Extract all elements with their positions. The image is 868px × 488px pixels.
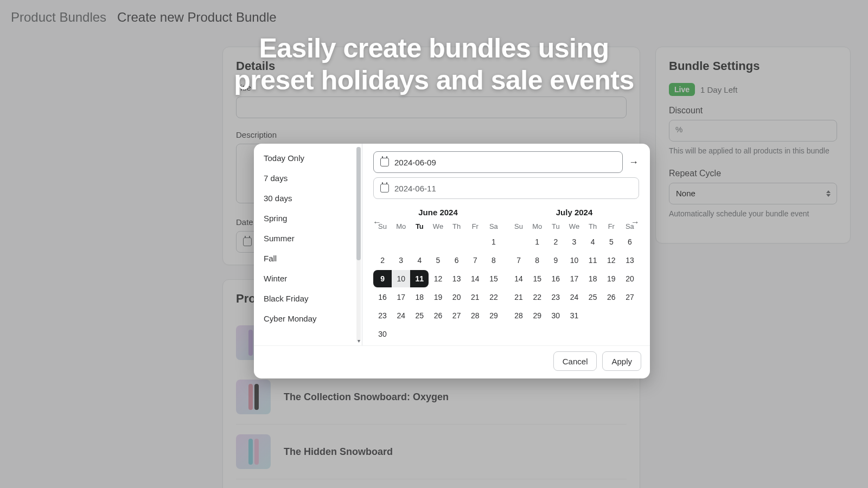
prev-month-button[interactable]: ← xyxy=(371,216,383,228)
calendar-day[interactable]: 18 xyxy=(410,288,429,306)
calendar-day[interactable]: 8 xyxy=(484,252,503,269)
preset-option[interactable]: Winter xyxy=(254,268,362,288)
calendar-day[interactable]: 25 xyxy=(410,307,429,324)
calendar-day[interactable]: 30 xyxy=(546,307,565,324)
preset-option[interactable]: 7 days xyxy=(254,168,362,188)
calendar-day[interactable]: 10 xyxy=(392,270,410,287)
calendar-day[interactable]: 13 xyxy=(448,270,466,287)
calendar-day[interactable]: 28 xyxy=(509,307,528,324)
calendar-day[interactable]: 5 xyxy=(602,233,621,251)
dow-label: Tu xyxy=(546,220,565,233)
calendar-day[interactable]: 5 xyxy=(429,252,447,269)
next-month-button[interactable]: → xyxy=(629,216,641,228)
hero-headline: Easily create bundles using preset holid… xyxy=(0,33,868,97)
calendar-day[interactable]: 9 xyxy=(546,252,565,269)
preset-option[interactable]: Spring xyxy=(254,208,362,228)
calendar-day[interactable]: 7 xyxy=(466,252,484,269)
calendar-day[interactable]: 8 xyxy=(528,252,546,269)
calendar-day[interactable]: 1 xyxy=(528,233,546,251)
calendar-icon xyxy=(380,184,389,192)
calendar-day[interactable]: 31 xyxy=(565,307,583,324)
calendar-day[interactable]: 16 xyxy=(373,288,392,306)
chevron-down-icon: ▾ xyxy=(356,338,361,343)
calendar-day[interactable]: 24 xyxy=(392,307,410,324)
end-date-value: 2024-06-11 xyxy=(394,184,436,193)
calendar-day[interactable]: 12 xyxy=(429,270,447,287)
calendar-day[interactable]: 2 xyxy=(373,252,392,269)
calendar-day[interactable]: 7 xyxy=(509,252,528,269)
month-title: June 2024 xyxy=(373,208,503,217)
calendar-day[interactable]: 3 xyxy=(565,233,583,251)
calendar-day[interactable]: 18 xyxy=(584,270,602,287)
calendar-day[interactable]: 21 xyxy=(509,288,528,306)
calendar-day[interactable]: 9 xyxy=(373,270,392,287)
calendar-day[interactable]: 13 xyxy=(621,252,639,269)
calendar-day[interactable]: 20 xyxy=(448,288,466,306)
dow-label: Fr xyxy=(602,220,621,233)
dow-label: We xyxy=(429,220,447,233)
start-date-value: 2024-06-09 xyxy=(394,158,436,167)
dow-label: Fr xyxy=(466,220,484,233)
calendar-icon xyxy=(380,158,389,166)
calendar-day[interactable]: 12 xyxy=(602,252,621,269)
calendar-day[interactable]: 24 xyxy=(565,288,583,306)
calendar-day[interactable]: 26 xyxy=(429,307,447,324)
calendar-day[interactable]: 4 xyxy=(410,252,429,269)
calendar-day[interactable]: 25 xyxy=(584,288,602,306)
calendar-day[interactable]: 27 xyxy=(448,307,466,324)
calendar-day[interactable]: 26 xyxy=(602,288,621,306)
calendar-day[interactable]: 15 xyxy=(484,270,503,287)
dow-label: Mo xyxy=(392,220,410,233)
calendar-day[interactable]: 22 xyxy=(528,288,546,306)
dow-label: Su xyxy=(509,220,528,233)
calendar-day[interactable]: 17 xyxy=(392,288,410,306)
calendar-day[interactable]: 27 xyxy=(621,288,639,306)
calendar-day[interactable]: 15 xyxy=(528,270,546,287)
preset-list: Today Only7 days30 daysSpringSummerFallW… xyxy=(254,144,362,345)
preset-option[interactable]: 30 days xyxy=(254,188,362,208)
calendar-day[interactable]: 6 xyxy=(448,252,466,269)
preset-option[interactable]: Summer xyxy=(254,228,362,248)
calendar-day[interactable]: 10 xyxy=(565,252,583,269)
arrow-right-icon: → xyxy=(628,157,639,168)
cancel-button[interactable]: Cancel xyxy=(553,351,597,371)
calendar-month-2: July 2024 SuMoTuWeThFrSa .12345678910111… xyxy=(509,204,639,343)
calendar-day[interactable]: 29 xyxy=(528,307,546,324)
calendar-day[interactable]: 22 xyxy=(484,288,503,306)
calendar-day[interactable]: 14 xyxy=(509,270,528,287)
calendar-day[interactable]: 19 xyxy=(602,270,621,287)
calendar-day[interactable]: 1 xyxy=(484,233,503,251)
calendar-month-1: June 2024 SuMoTuWeThFrSa ......123456789… xyxy=(373,204,503,343)
calendar-day[interactable]: 30 xyxy=(373,325,392,343)
calendar-day[interactable]: 17 xyxy=(565,270,583,287)
end-date-input[interactable]: 2024-06-11 xyxy=(373,177,639,199)
calendar-day[interactable]: 21 xyxy=(466,288,484,306)
calendar-day[interactable]: 14 xyxy=(466,270,484,287)
dow-label: Th xyxy=(448,220,466,233)
calendar-day[interactable]: 28 xyxy=(466,307,484,324)
calendar-day[interactable]: 23 xyxy=(373,307,392,324)
apply-button[interactable]: Apply xyxy=(602,351,641,371)
dow-label: Sa xyxy=(484,220,503,233)
preset-option[interactable]: Black Friday xyxy=(254,288,362,309)
calendar-day[interactable]: 11 xyxy=(410,270,429,287)
dow-label: Tu xyxy=(410,220,429,233)
calendar-day[interactable]: 6 xyxy=(621,233,639,251)
start-date-input[interactable]: 2024-06-09 xyxy=(373,151,623,173)
calendar-day[interactable]: 20 xyxy=(621,270,639,287)
scrollbar[interactable]: ▾ xyxy=(356,147,361,342)
month-title: July 2024 xyxy=(509,208,639,217)
calendar-day[interactable]: 19 xyxy=(429,288,447,306)
calendar-day[interactable]: 4 xyxy=(584,233,602,251)
preset-option[interactable]: Today Only xyxy=(254,148,362,168)
preset-option[interactable]: Fall xyxy=(254,248,362,268)
calendar-day[interactable]: 2 xyxy=(546,233,565,251)
calendar-day[interactable]: 3 xyxy=(392,252,410,269)
calendar-day[interactable]: 11 xyxy=(584,252,602,269)
date-range-popover: Today Only7 days30 daysSpringSummerFallW… xyxy=(254,144,650,378)
calendar-day[interactable]: 23 xyxy=(546,288,565,306)
calendar-day[interactable]: 29 xyxy=(484,307,503,324)
calendar-day[interactable]: 16 xyxy=(546,270,565,287)
preset-option[interactable]: Cyber Monday xyxy=(254,309,362,329)
dow-label: We xyxy=(565,220,583,233)
